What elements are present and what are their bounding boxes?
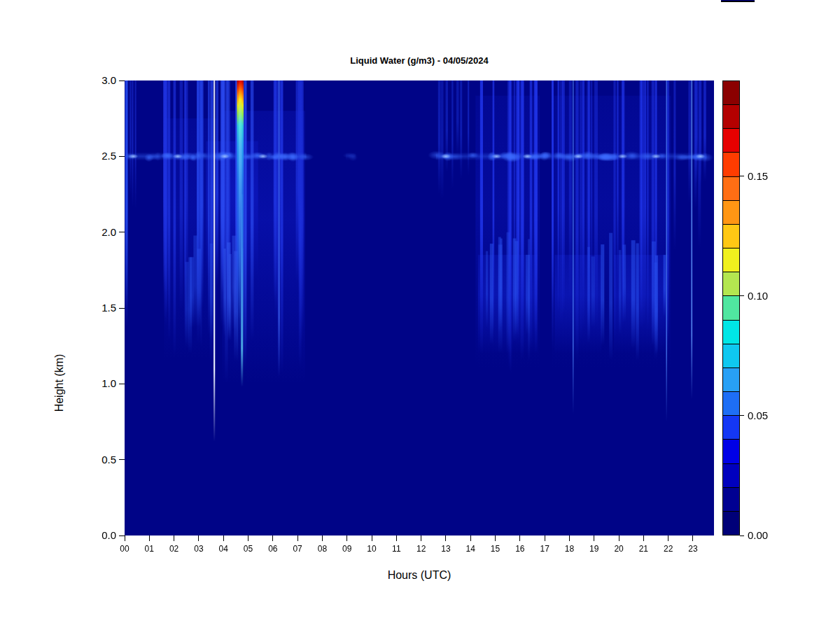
x-tick-mark [174, 536, 174, 541]
x-tick-label: 01 [140, 544, 158, 554]
y-tick-label: 1.5 [84, 302, 116, 314]
x-tick-label: 18 [560, 544, 578, 554]
x-tick-mark [519, 536, 520, 541]
x-tick-mark [470, 536, 471, 541]
x-tick-label: 04 [214, 544, 232, 554]
x-tick-mark [346, 536, 347, 541]
x-tick-label: 15 [486, 544, 505, 554]
x-tick-mark [643, 536, 644, 541]
x-tick-label: 03 [190, 544, 208, 554]
colorbar-tick-label: 0.00 [748, 529, 768, 542]
y-tick-mark [119, 384, 125, 384]
y-tick-label: 1.0 [84, 377, 116, 390]
x-tick-label: 02 [165, 544, 183, 554]
heatmap-canvas [125, 80, 714, 536]
x-tick-label: 13 [437, 544, 455, 554]
colorbar [722, 80, 740, 536]
x-tick-mark [495, 536, 496, 541]
y-tick-label: 3.0 [84, 74, 116, 87]
colorbar-segment [723, 296, 739, 320]
colorbar-tick-label: 0.15 [748, 170, 768, 183]
clipped-window-artifact [721, 0, 755, 2]
colorbar-segment [723, 129, 739, 153]
x-tick-mark [223, 536, 224, 541]
x-tick-label: 20 [610, 544, 628, 554]
colorbar-segment [723, 416, 739, 440]
x-tick-mark [198, 536, 199, 541]
colorbar-segment [723, 248, 739, 272]
y-axis-label: Height (km) [53, 341, 67, 425]
x-tick-label: 11 [387, 544, 405, 554]
x-tick-mark [396, 536, 397, 541]
colorbar-segment [723, 392, 739, 416]
colorbar-segment [723, 440, 739, 463]
colorbar-segment [723, 321, 739, 344]
x-tick-mark [125, 536, 125, 541]
x-tick-label: 10 [363, 544, 381, 554]
x-tick-label: 06 [264, 544, 282, 554]
colorbar-segment [723, 105, 739, 129]
x-tick-label: 16 [511, 544, 529, 554]
colorbar-tick-mark [740, 536, 744, 536]
colorbar-segment [723, 488, 739, 512]
y-tick-label: 0.0 [84, 529, 116, 542]
colorbar-segment [723, 81, 739, 105]
x-tick-label: 21 [634, 544, 652, 554]
colorbar-tick-label: 0.10 [748, 290, 768, 302]
x-tick-mark [569, 536, 570, 541]
colorbar-segment [723, 344, 739, 368]
colorbar-tick-mark [740, 176, 744, 176]
x-tick-mark [149, 536, 150, 541]
y-tick-mark [119, 536, 125, 536]
x-tick-mark [421, 536, 421, 541]
x-tick-mark [372, 536, 372, 541]
colorbar-segment [723, 368, 739, 392]
colorbar-segment [723, 177, 739, 201]
colorbar-segment [723, 512, 739, 535]
figure-page: Liquid Water (g/m3) - 04/05/2024 Hours (… [0, 0, 840, 630]
x-tick-mark [298, 536, 298, 541]
x-tick-label: 14 [461, 544, 479, 554]
y-tick-label: 0.5 [84, 454, 116, 466]
x-tick-label: 07 [288, 544, 307, 554]
colorbar-segment [723, 153, 739, 176]
x-tick-mark [272, 536, 273, 541]
x-tick-label: 17 [536, 544, 554, 554]
x-tick-mark [545, 536, 545, 541]
y-tick-label: 2.0 [84, 226, 116, 239]
colorbar-tick-mark [740, 415, 744, 416]
x-tick-mark [248, 536, 248, 541]
x-tick-mark [322, 536, 323, 541]
y-tick-mark [119, 80, 125, 81]
x-tick-label: 00 [115, 544, 134, 554]
x-tick-mark [445, 536, 446, 541]
x-tick-mark [692, 536, 693, 541]
colorbar-segment [723, 464, 739, 488]
x-tick-label: 22 [659, 544, 678, 554]
x-tick-label: 05 [239, 544, 258, 554]
colorbar-segment [723, 225, 739, 248]
x-tick-label: 08 [313, 544, 331, 554]
y-tick-mark [119, 232, 125, 232]
x-tick-label: 09 [338, 544, 356, 554]
x-tick-label: 12 [412, 544, 430, 554]
y-tick-mark [119, 308, 125, 309]
chart-title: Liquid Water (g/m3) - 04/05/2024 [125, 55, 714, 66]
y-tick-label: 2.5 [84, 150, 116, 162]
colorbar-segment [723, 201, 739, 225]
y-tick-mark [119, 459, 125, 460]
colorbar-segment [723, 272, 739, 296]
x-tick-label: 19 [585, 544, 603, 554]
y-tick-mark [119, 156, 125, 157]
x-tick-mark [594, 536, 594, 541]
colorbar-tick-label: 0.05 [748, 410, 768, 422]
x-tick-mark [619, 536, 620, 541]
x-axis-label: Hours (UTC) [125, 569, 714, 582]
colorbar-tick-mark [740, 295, 744, 296]
x-tick-mark [668, 536, 668, 541]
x-tick-label: 23 [684, 544, 702, 554]
